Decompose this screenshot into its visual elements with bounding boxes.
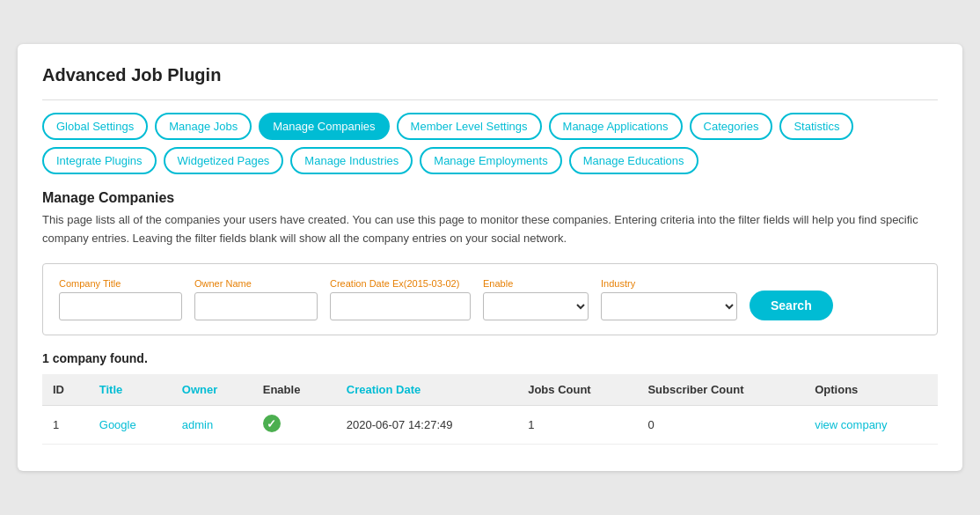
creation-date-input[interactable] <box>330 292 471 320</box>
cell-subscriber_count: 0 <box>637 406 804 445</box>
col-header-subscriber_count: Subscriber Count <box>637 374 804 406</box>
owner-name-label: Owner Name <box>194 278 318 289</box>
industry-field: Industry <box>601 278 737 320</box>
col-header-jobs_count: Jobs Count <box>517 374 637 406</box>
enabled-check-icon <box>263 415 281 432</box>
owner-name-field: Owner Name <box>194 278 318 320</box>
cell-enable <box>252 406 336 445</box>
enable-select[interactable]: Yes No <box>483 292 589 320</box>
table-body: 1Googleadmin2020-06-07 14:27:4910view co… <box>42 406 938 445</box>
enable-field: Enable Yes No <box>483 278 589 320</box>
nav-tab-widgetized-pages[interactable]: Widgetized Pages <box>164 147 284 174</box>
nav-tab-manage-employments[interactable]: Manage Employments <box>420 147 561 174</box>
filter-box: Company Title Owner Name Creation Date E… <box>42 263 938 335</box>
owner-link[interactable]: admin <box>182 418 213 431</box>
results-count: 1 company found. <box>42 351 938 365</box>
nav-tab-manage-companies[interactable]: Manage Companies <box>259 113 389 140</box>
cell-owner[interactable]: admin <box>172 406 252 445</box>
company-title-input[interactable] <box>59 292 182 320</box>
results-table: IDTitleOwnerEnableCreation DateJobs Coun… <box>42 374 938 445</box>
nav-tab-statistics[interactable]: Statistics <box>779 113 853 140</box>
col-header-title: Title <box>89 374 172 406</box>
cell-id: 1 <box>42 406 89 445</box>
section-description: This page lists all of the companies you… <box>42 211 938 248</box>
header-divider <box>42 99 938 100</box>
nav-tab-manage-educations[interactable]: Manage Educations <box>569 147 698 174</box>
creation-date-field: Creation Date Ex(2015-03-02) <box>330 278 471 320</box>
cell-jobs_count: 1 <box>517 406 637 445</box>
main-card: Advanced Job Plugin Global SettingsManag… <box>18 44 962 472</box>
app-title: Advanced Job Plugin <box>42 65 938 85</box>
nav-tab-member-level-settings[interactable]: Member Level Settings <box>397 113 542 140</box>
nav-tab-manage-jobs[interactable]: Manage Jobs <box>155 113 252 140</box>
table-row: 1Googleadmin2020-06-07 14:27:4910view co… <box>42 406 938 445</box>
cell-options[interactable]: view company <box>804 406 938 445</box>
nav-tab-global-settings[interactable]: Global Settings <box>42 113 148 140</box>
cell-title[interactable]: Google <box>89 406 172 445</box>
col-header-enable: Enable <box>252 374 336 406</box>
nav-tab-manage-applications[interactable]: Manage Applications <box>549 113 683 140</box>
nav-tab-manage-industries[interactable]: Manage Industries <box>290 147 413 174</box>
options-link[interactable]: view company <box>815 418 887 431</box>
col-header-options: Options <box>804 374 938 406</box>
creation-date-label: Creation Date Ex(2015-03-02) <box>330 278 471 289</box>
table-header-row: IDTitleOwnerEnableCreation DateJobs Coun… <box>42 374 938 406</box>
nav-tabs: Global SettingsManage JobsManage Compani… <box>42 113 938 174</box>
cell-creation_date: 2020-06-07 14:27:49 <box>336 406 517 445</box>
enable-label: Enable <box>483 278 589 289</box>
company-title-label: Company Title <box>59 278 182 289</box>
section-title: Manage Companies <box>42 190 938 206</box>
owner-name-input[interactable] <box>194 292 318 320</box>
col-header-creation_date: Creation Date <box>336 374 517 406</box>
col-header-owner: Owner <box>172 374 252 406</box>
nav-tab-integrate-plugins[interactable]: Integrate Plugins <box>42 147 157 174</box>
company-title-field: Company Title <box>59 278 182 320</box>
nav-tab-categories[interactable]: Categories <box>690 113 773 140</box>
industry-select[interactable] <box>601 292 737 320</box>
col-header-id: ID <box>42 374 89 406</box>
table-header: IDTitleOwnerEnableCreation DateJobs Coun… <box>42 374 938 406</box>
search-button[interactable]: Search <box>750 291 833 320</box>
industry-label: Industry <box>601 278 737 289</box>
title-link[interactable]: Google <box>99 418 136 431</box>
